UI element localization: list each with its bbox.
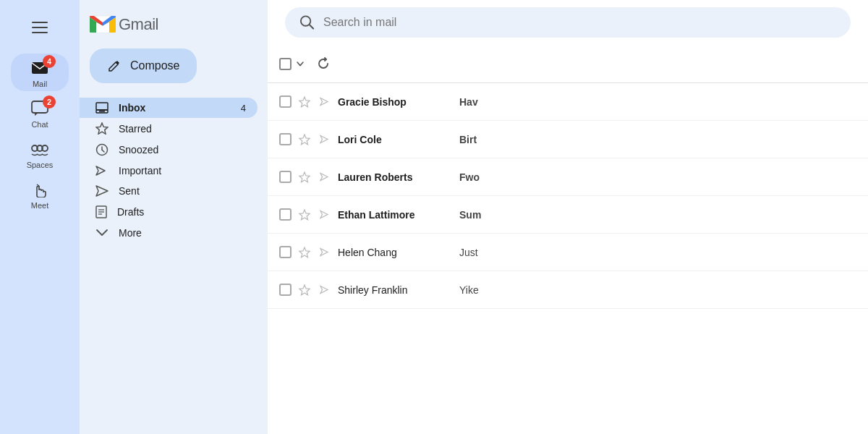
- snoozed-icon: [95, 143, 109, 156]
- email-preview: Sum: [459, 209, 856, 221]
- email-checkbox[interactable]: [279, 171, 292, 183]
- email-row[interactable]: Gracie Bishop Hav: [268, 83, 868, 121]
- menu-button[interactable]: [22, 10, 57, 45]
- svg-marker-24: [320, 98, 328, 106]
- star-button[interactable]: [297, 132, 312, 147]
- sidebar-item-snoozed[interactable]: Snoozed: [80, 139, 258, 161]
- svg-marker-29: [299, 210, 310, 220]
- inbox-icon: [95, 102, 109, 114]
- chat-label: Chat: [31, 120, 48, 129]
- sidebar-item-sent[interactable]: Sent: [80, 181, 258, 201]
- important-icon: [95, 165, 109, 176]
- svg-marker-15: [96, 166, 105, 175]
- nav-item-spaces[interactable]: Spaces: [11, 135, 69, 172]
- gmail-logo: [90, 14, 116, 34]
- email-row[interactable]: Lauren Roberts Fwo: [268, 158, 868, 196]
- sidebar-item-important[interactable]: Important: [80, 161, 258, 181]
- important-marker-icon: [320, 97, 330, 106]
- star-button[interactable]: [297, 208, 312, 222]
- important-marker[interactable]: [318, 208, 332, 222]
- svg-marker-28: [320, 174, 328, 181]
- chat-badge: 2: [43, 95, 56, 109]
- search-input[interactable]: [323, 16, 836, 29]
- spaces-icon: [29, 141, 51, 157]
- important-marker[interactable]: [318, 283, 332, 297]
- email-checkbox[interactable]: [279, 208, 292, 221]
- important-marker-icon: [320, 135, 330, 144]
- starred-label: Starred: [119, 123, 246, 135]
- star-icon: [299, 96, 310, 108]
- email-checkbox[interactable]: [279, 95, 292, 108]
- nav-item-chat[interactable]: 2 Chat: [11, 94, 69, 132]
- sidebar-item-more[interactable]: More: [80, 223, 258, 243]
- logo-area: Gmail: [80, 7, 268, 41]
- sender-name: Gracie Bishop: [338, 96, 454, 108]
- svg-marker-34: [320, 286, 328, 294]
- sidebar-item-drafts[interactable]: Drafts: [80, 201, 258, 223]
- compose-icon: [107, 59, 122, 73]
- email-checkbox[interactable]: [279, 133, 292, 145]
- svg-marker-30: [320, 211, 328, 218]
- spaces-label: Spaces: [27, 161, 54, 169]
- sender-name: Ethan Lattimore: [338, 209, 454, 221]
- starred-icon: [95, 122, 109, 135]
- email-preview: Birt: [459, 134, 856, 145]
- star-button[interactable]: [297, 283, 312, 297]
- email-row[interactable]: Shirley Franklin Yike: [268, 271, 868, 309]
- svg-marker-11: [96, 123, 108, 134]
- svg-marker-23: [299, 97, 310, 107]
- email-toolbar: [268, 45, 868, 83]
- important-marker[interactable]: [318, 170, 332, 184]
- more-chevron-icon: [95, 228, 109, 238]
- email-row[interactable]: Helen Chang Just: [268, 234, 868, 271]
- svg-line-14: [102, 150, 104, 152]
- important-marker-icon: [320, 247, 330, 257]
- email-checkbox[interactable]: [279, 284, 292, 296]
- gmail-title: Gmail: [119, 15, 158, 34]
- email-preview: Hav: [459, 96, 856, 108]
- email-row[interactable]: Ethan Lattimore Sum: [268, 196, 868, 234]
- sender-name: Lori Cole: [338, 134, 454, 145]
- snoozed-label: Snoozed: [119, 144, 246, 156]
- star-button[interactable]: [297, 170, 312, 184]
- nav-item-meet[interactable]: Meet: [11, 175, 69, 213]
- main-content: Gracie Bishop Hav Lori Cole Birt Laure: [268, 0, 868, 434]
- search-box[interactable]: [285, 7, 851, 38]
- refresh-button[interactable]: [310, 51, 336, 77]
- svg-marker-26: [320, 136, 328, 143]
- icon-bar: 4 Mail 2 Chat Spaces: [0, 0, 80, 434]
- select-dropdown-chevron[interactable]: [293, 56, 307, 71]
- select-all-checkbox[interactable]: [279, 58, 292, 70]
- svg-marker-25: [299, 135, 310, 145]
- sent-icon: [95, 185, 109, 197]
- star-button[interactable]: [297, 245, 312, 260]
- email-list: Gracie Bishop Hav Lori Cole Birt Laure: [268, 83, 868, 434]
- important-marker[interactable]: [318, 245, 332, 260]
- star-button[interactable]: [297, 95, 312, 109]
- important-marker-icon: [320, 172, 330, 182]
- email-preview: Fwo: [459, 171, 856, 183]
- email-preview: Yike: [459, 284, 856, 296]
- more-label: More: [119, 227, 246, 239]
- sidebar-item-inbox[interactable]: Inbox 4: [80, 98, 258, 118]
- svg-marker-31: [299, 247, 310, 258]
- sender-name: Shirley Franklin: [338, 284, 454, 296]
- svg-line-22: [310, 25, 313, 28]
- sidebar-item-starred[interactable]: Starred: [80, 118, 258, 139]
- sender-name: Lauren Roberts: [338, 171, 454, 183]
- svg-marker-32: [320, 249, 328, 256]
- meet-label: Meet: [31, 201, 48, 210]
- compose-button[interactable]: Compose: [90, 48, 197, 83]
- email-checkbox[interactable]: [279, 246, 292, 258]
- email-preview: Just: [459, 247, 856, 258]
- email-row[interactable]: Lori Cole Birt: [268, 121, 868, 158]
- search-icon: [299, 14, 315, 30]
- important-marker-icon: [320, 285, 330, 294]
- important-marker[interactable]: [318, 95, 332, 109]
- nav-item-mail[interactable]: 4 Mail: [11, 54, 69, 91]
- svg-marker-16: [96, 186, 108, 196]
- important-marker[interactable]: [318, 132, 332, 147]
- compose-label: Compose: [130, 59, 179, 72]
- svg-rect-8: [96, 103, 108, 110]
- drafts-icon: [95, 205, 107, 218]
